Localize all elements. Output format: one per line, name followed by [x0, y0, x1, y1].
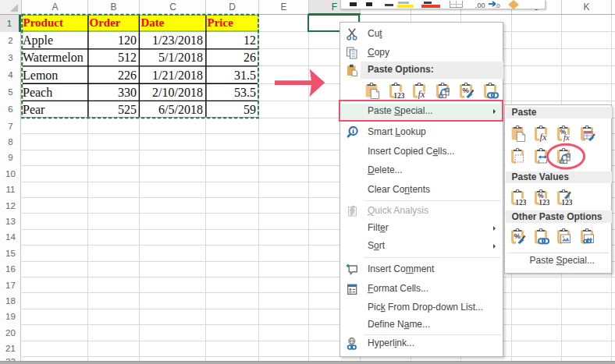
- svg-text:123: 123: [561, 199, 572, 206]
- svg-text:.0: .0: [495, 2, 500, 9]
- svg-text:123: 123: [393, 92, 404, 99]
- svg-text:%: %: [463, 85, 470, 94]
- svg-text:%: %: [514, 231, 521, 239]
- svg-text:fx: fx: [418, 89, 425, 99]
- svg-text:fx: fx: [563, 133, 570, 142]
- svg-text:fx: fx: [539, 132, 546, 142]
- svg-text:123: 123: [515, 199, 526, 206]
- svg-text:123: 123: [539, 199, 549, 206]
